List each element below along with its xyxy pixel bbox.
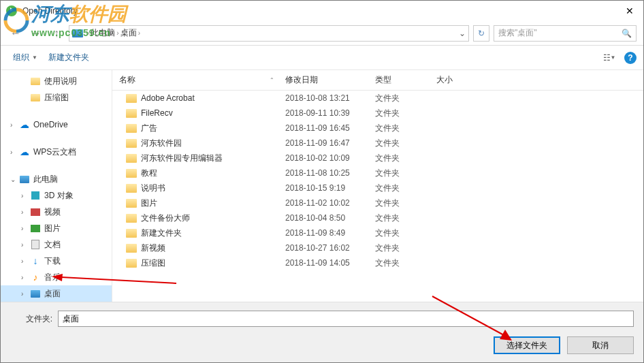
breadcrumb-current[interactable]: 桌面 bbox=[120, 27, 137, 39]
file-name: 说明书 bbox=[141, 183, 165, 194]
sidebar-item[interactable]: ›♪音乐 bbox=[1, 269, 112, 285]
nav-bar: ← → ↑ › 此电脑 › 桌面 › ⌄ ↻ 搜索"桌面" 🔍 bbox=[1, 21, 643, 46]
file-type: 文件夹 bbox=[375, 212, 436, 224]
file-date: 2018-11-09 14:05 bbox=[285, 258, 375, 268]
table-row[interactable]: 说明书2018-10-15 9:19文件夹 bbox=[112, 180, 643, 195]
sidebar-item[interactable]: ›文档 bbox=[1, 236, 112, 253]
expander-icon[interactable]: › bbox=[21, 241, 29, 249]
file-type: 文件夹 bbox=[375, 242, 436, 254]
sidebar-item[interactable]: ›3D 对象 bbox=[1, 187, 112, 204]
up-button[interactable]: ↑ bbox=[48, 25, 65, 42]
table-row[interactable]: 教程2018-11-08 10:25文件夹 bbox=[112, 165, 643, 180]
breadcrumb[interactable]: › 此电脑 › 桌面 › ⌄ bbox=[69, 25, 469, 42]
table-row[interactable]: FileRecv2018-09-11 10:39文件夹 bbox=[112, 106, 643, 121]
table-row[interactable]: 河东软件园专用编辑器2018-10-02 10:09文件夹 bbox=[112, 151, 643, 165]
expander-icon[interactable]: › bbox=[21, 274, 29, 281]
close-icon[interactable]: ✕ bbox=[622, 4, 638, 18]
wps-icon: ☁ bbox=[18, 146, 31, 157]
sidebar-item[interactable]: 使用说明 bbox=[1, 73, 112, 89]
folder-input[interactable] bbox=[58, 311, 634, 327]
pic-icon bbox=[29, 223, 42, 234]
search-icon[interactable]: 🔍 bbox=[622, 29, 632, 38]
back-button[interactable]: ← bbox=[7, 25, 24, 42]
file-name: 河东软件园专用编辑器 bbox=[141, 153, 223, 164]
help-icon[interactable]: ? bbox=[624, 52, 637, 64]
col-size[interactable]: 大小 bbox=[436, 74, 491, 86]
title-bar: Open Directory ✕ bbox=[1, 1, 643, 21]
expander-icon[interactable]: › bbox=[21, 192, 29, 200]
footer: 文件夹: 选择文件夹 取消 bbox=[1, 302, 643, 362]
file-name: 文件备份大师 bbox=[141, 212, 190, 224]
breadcrumb-pc[interactable]: 此电脑 bbox=[91, 27, 115, 39]
table-row[interactable]: Adobe Acrobat2018-10-08 13:21文件夹 bbox=[112, 91, 643, 106]
table-row[interactable]: 新视频2018-10-27 16:02文件夹 bbox=[112, 240, 643, 255]
expander-icon[interactable]: › bbox=[21, 257, 29, 265]
breadcrumb-dropdown[interactable]: ⌄ bbox=[459, 29, 466, 38]
table-row[interactable]: 新建文件夹2018-11-09 8:49文件夹 bbox=[112, 225, 643, 240]
file-name: FileRecv bbox=[141, 108, 173, 118]
3d-icon bbox=[29, 190, 42, 201]
search-input[interactable]: 搜索"桌面" 🔍 bbox=[494, 25, 637, 42]
col-type[interactable]: 类型 bbox=[375, 74, 436, 86]
table-row[interactable]: 压缩图2018-11-09 14:05文件夹 bbox=[112, 255, 643, 270]
expander-icon[interactable]: › bbox=[21, 225, 29, 232]
sort-indicator-icon: ⌃ bbox=[270, 77, 274, 83]
file-name: 广告 bbox=[141, 123, 157, 134]
table-row[interactable]: 河东软件园2018-11-09 16:47文件夹 bbox=[112, 136, 643, 151]
sidebar-item-label: WPS云文档 bbox=[33, 146, 76, 158]
sidebar-item[interactable]: ›↓下载 bbox=[1, 253, 112, 269]
table-row[interactable]: 图片2018-11-02 10:02文件夹 bbox=[112, 195, 643, 210]
col-name[interactable]: 名称 ⌃ bbox=[112, 74, 285, 86]
file-date: 2018-10-04 8:50 bbox=[285, 213, 375, 223]
sidebar-item-label: 文档 bbox=[44, 239, 61, 251]
sidebar-item[interactable]: ⌄此电脑 bbox=[1, 171, 112, 187]
sidebar-item-label: 音乐 bbox=[44, 272, 61, 283]
file-type: 文件夹 bbox=[375, 183, 436, 194]
sidebar-item[interactable]: ›☁OneDrive bbox=[1, 116, 112, 133]
select-folder-button[interactable]: 选择文件夹 bbox=[494, 336, 560, 354]
table-row[interactable]: 广告2018-11-09 16:45文件夹 bbox=[112, 121, 643, 136]
sidebar-item[interactable]: ›桌面 bbox=[1, 285, 112, 302]
cloud-icon: ☁ bbox=[18, 119, 31, 130]
folder-icon bbox=[126, 124, 137, 133]
refresh-button[interactable]: ↻ bbox=[473, 25, 489, 42]
folder-icon bbox=[126, 139, 137, 148]
expander-icon[interactable]: › bbox=[21, 290, 29, 298]
forward-button[interactable]: → bbox=[28, 25, 44, 42]
file-name: 新建文件夹 bbox=[141, 227, 182, 239]
expander-icon[interactable]: › bbox=[10, 121, 18, 129]
desk-icon bbox=[29, 288, 42, 299]
table-row[interactable]: 文件备份大师2018-10-04 8:50文件夹 bbox=[112, 210, 643, 225]
new-folder-button[interactable]: 新建文件夹 bbox=[43, 49, 95, 66]
file-name: Adobe Acrobat bbox=[141, 93, 195, 103]
file-date: 2018-11-02 10:02 bbox=[285, 198, 375, 208]
col-date[interactable]: 修改日期 bbox=[285, 74, 375, 86]
folder-icon bbox=[126, 214, 137, 223]
pc-icon bbox=[72, 29, 83, 37]
file-date: 2018-11-09 16:47 bbox=[285, 138, 375, 148]
file-type: 文件夹 bbox=[375, 108, 436, 119]
folder-icon bbox=[126, 229, 137, 238]
folder-icon bbox=[29, 92, 42, 103]
cancel-button[interactable]: 取消 bbox=[567, 336, 634, 354]
sidebar-item-label: 图片 bbox=[44, 223, 61, 234]
sidebar-item[interactable]: ›☁WPS云文档 bbox=[1, 144, 112, 160]
file-name: 压缩图 bbox=[141, 257, 165, 269]
file-pane: 名称 ⌃ 修改日期 类型 大小 Adobe Acrobat2018-10-08 … bbox=[112, 70, 643, 302]
sidebar-item-label: 3D 对象 bbox=[44, 190, 74, 202]
sidebar-item[interactable]: ›视频 bbox=[1, 204, 112, 220]
file-name: 新视频 bbox=[141, 242, 165, 254]
folder-icon bbox=[126, 184, 137, 193]
expander-icon[interactable]: ⌄ bbox=[10, 176, 18, 183]
expander-icon[interactable]: › bbox=[21, 208, 29, 216]
file-name: 河东软件园 bbox=[141, 138, 182, 149]
file-type: 文件夹 bbox=[375, 153, 436, 164]
expander-icon[interactable]: › bbox=[10, 148, 18, 156]
down-icon: ↓ bbox=[29, 255, 42, 266]
sidebar-item[interactable]: ›图片 bbox=[1, 220, 112, 236]
file-type: 文件夹 bbox=[375, 257, 436, 269]
view-mode-button[interactable]: ☷ ▼ bbox=[600, 50, 619, 65]
sidebar-item[interactable]: 压缩图 bbox=[1, 89, 112, 106]
file-date: 2018-10-08 13:21 bbox=[285, 93, 375, 103]
organize-button[interactable]: 组织▼ bbox=[7, 49, 43, 66]
